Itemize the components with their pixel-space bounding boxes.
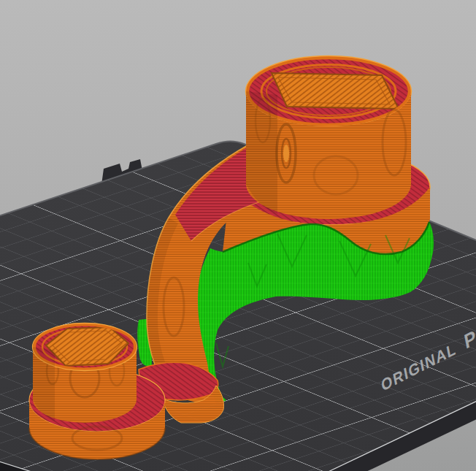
big-boss-cylinder[interactable] [246, 56, 412, 220]
boss-grain-eye [283, 145, 289, 162]
slicer-3d-viewport[interactable]: ORIGINAL PR [0, 0, 476, 471]
gcode-preview-canvas[interactable]: ORIGINAL PR [0, 0, 476, 471]
